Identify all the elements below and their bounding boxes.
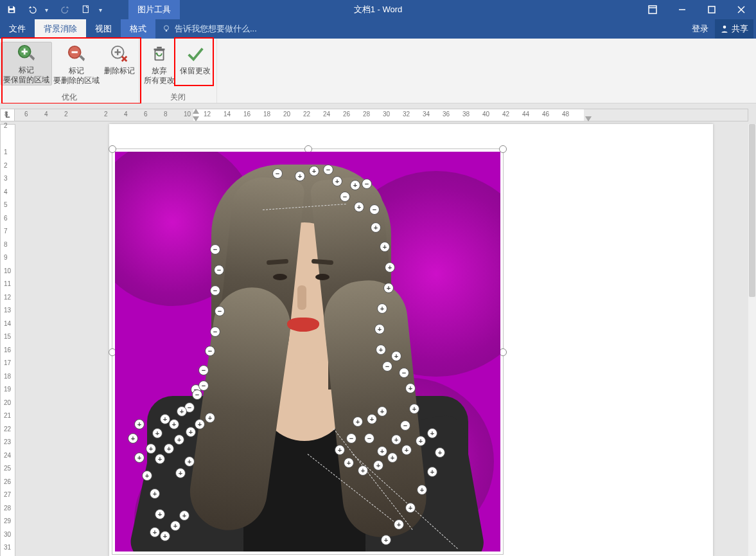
ruler-tick: 20 bbox=[4, 399, 11, 406]
ruler-tick: 18 bbox=[4, 373, 11, 380]
ribbon-group-close: 放弃所有更改 保留更改 关闭 bbox=[139, 39, 217, 103]
ruler-tick: 2 bbox=[104, 111, 108, 118]
ruler-tick: 16 bbox=[243, 111, 251, 118]
ruler-tick: 6 bbox=[24, 111, 28, 118]
ruler-tick: 4 bbox=[44, 111, 48, 118]
svg-rect-2 bbox=[649, 6, 656, 13]
ruler-tick: 12 bbox=[4, 294, 11, 301]
plus-circle-pencil-icon bbox=[17, 44, 36, 63]
ruler-tick: 26 bbox=[343, 111, 350, 118]
ruler-tick: 9 bbox=[4, 254, 8, 261]
ruler-tick: 22 bbox=[303, 111, 310, 118]
save-button[interactable] bbox=[4, 2, 19, 17]
title-bar: ▾ ▾ 图片工具 文档1 - Word bbox=[0, 0, 756, 19]
group-label-refine: 优化 bbox=[62, 91, 77, 103]
svg-rect-23 bbox=[157, 47, 162, 49]
ribbon-group-refine: 标记要保留的区域 标记要删除的区域 删除标记 优化 bbox=[0, 39, 139, 103]
ruler-tick: 13 bbox=[4, 307, 11, 314]
svg-rect-0 bbox=[10, 10, 14, 12]
mark-keep-button[interactable]: 标记要保留的区域 bbox=[1, 42, 52, 85]
ruler-tick: 30 bbox=[383, 111, 390, 118]
share-button[interactable]: 共享 bbox=[715, 19, 753, 39]
new-doc-button[interactable] bbox=[78, 2, 94, 17]
delete-mark-button[interactable]: 删除标记 bbox=[101, 42, 137, 76]
ribbon-tabs: 文件 背景消除 视图 格式 告诉我您想要做什么... 登录 共享 bbox=[0, 19, 756, 39]
tab-background-removal[interactable]: 背景消除 bbox=[35, 19, 86, 39]
maximize-button[interactable] bbox=[697, 0, 726, 19]
close-button[interactable] bbox=[726, 0, 756, 19]
hanging-indent-marker[interactable] bbox=[193, 116, 199, 121]
svg-point-10 bbox=[723, 26, 726, 29]
ruler-tick: 28 bbox=[363, 111, 370, 118]
horizontal-ruler[interactable]: 8642246810121416182022242628303234363840… bbox=[14, 109, 748, 121]
ruler-tick: 24 bbox=[4, 452, 11, 459]
svg-rect-22 bbox=[154, 49, 165, 51]
undo-more-icon[interactable]: ▾ bbox=[45, 6, 53, 13]
ruler-tick: 6 bbox=[4, 215, 8, 222]
ruler-tick: 34 bbox=[423, 111, 430, 118]
plus-circle-x-icon bbox=[110, 44, 129, 64]
picture-with-bg-removal bbox=[115, 152, 500, 552]
ruler-tick: 46 bbox=[542, 111, 549, 118]
ruler-tick: 8 bbox=[4, 111, 8, 118]
ruler-tick: 22 bbox=[4, 426, 11, 433]
ruler-tick: 36 bbox=[443, 111, 450, 118]
ribbon: 标记要保留的区域 标记要删除的区域 删除标记 优化 放弃所有更改 保留更改 关闭 bbox=[0, 39, 756, 103]
mark-remove-button[interactable]: 标记要删除的区域 bbox=[51, 42, 101, 85]
tab-view[interactable]: 视图 bbox=[86, 19, 121, 39]
right-indent-marker[interactable] bbox=[585, 116, 592, 121]
keep-changes-button[interactable]: 保留更改 bbox=[177, 42, 214, 76]
ruler-tick: 48 bbox=[562, 111, 569, 118]
discard-changes-button[interactable]: 放弃所有更改 bbox=[142, 42, 177, 85]
ruler-tick: 28 bbox=[4, 505, 11, 512]
ruler-tick: 2 bbox=[4, 122, 8, 129]
image-selection-frame[interactable] bbox=[112, 148, 504, 555]
new-doc-icon bbox=[81, 4, 91, 15]
sign-in-link[interactable]: 登录 bbox=[692, 23, 708, 35]
tab-file[interactable]: 文件 bbox=[0, 19, 35, 39]
ruler-tick: 14 bbox=[224, 111, 231, 118]
ribbon-display-button[interactable] bbox=[638, 0, 667, 19]
checkmark-icon bbox=[186, 44, 205, 64]
document-workspace: L 86422468101214161820222426283032343638… bbox=[0, 103, 756, 556]
svg-rect-5 bbox=[708, 6, 715, 13]
svg-point-8 bbox=[164, 26, 169, 30]
ruler-tick: 25 bbox=[4, 465, 11, 472]
ruler-tick: 26 bbox=[4, 478, 11, 485]
ruler-tick: 4 bbox=[4, 188, 8, 195]
group-label-close: 关闭 bbox=[170, 91, 186, 103]
ruler-tick: 10 bbox=[4, 267, 11, 274]
ruler-tick: 44 bbox=[522, 111, 529, 118]
share-icon bbox=[720, 24, 729, 33]
contextual-tab-label: 图片工具 bbox=[128, 0, 180, 19]
ruler-tick: 12 bbox=[204, 111, 211, 118]
minimize-button[interactable] bbox=[667, 0, 697, 19]
document-page bbox=[109, 124, 713, 556]
save-icon bbox=[6, 4, 17, 15]
ruler-tick: 24 bbox=[323, 111, 330, 118]
minus-circle-pencil-icon bbox=[67, 44, 86, 64]
ruler-tick: 3 bbox=[4, 175, 8, 182]
first-line-indent-marker[interactable] bbox=[193, 109, 199, 114]
ruler-tick: 19 bbox=[4, 386, 11, 393]
qat-customize-icon[interactable]: ▾ bbox=[99, 6, 107, 13]
undo-button[interactable] bbox=[24, 2, 40, 17]
ruler-tick: 4 bbox=[124, 111, 128, 118]
ruler-tick: 5 bbox=[4, 201, 8, 208]
ruler-tick: 30 bbox=[4, 531, 11, 538]
tell-me-box[interactable]: 告诉我您想要做什么... bbox=[162, 19, 257, 39]
svg-rect-1 bbox=[83, 6, 88, 13]
vertical-scrollbar[interactable] bbox=[748, 124, 756, 556]
ruler-tick: 14 bbox=[4, 320, 11, 327]
tab-format[interactable]: 格式 bbox=[121, 19, 155, 39]
ruler-tick: 29 bbox=[4, 517, 11, 525]
ruler-tick: 8 bbox=[164, 111, 168, 118]
redo-button[interactable] bbox=[58, 2, 73, 17]
ruler-tick: 27 bbox=[4, 491, 11, 498]
window-controls bbox=[638, 0, 756, 19]
ruler-tick: 2 bbox=[4, 162, 8, 169]
ruler-tick: 17 bbox=[4, 359, 11, 366]
svg-rect-9 bbox=[166, 30, 167, 31]
window-title: 文档1 - Word bbox=[354, 4, 403, 15]
vertical-ruler[interactable]: 2123456789101112131415161718192021222324… bbox=[0, 124, 15, 556]
